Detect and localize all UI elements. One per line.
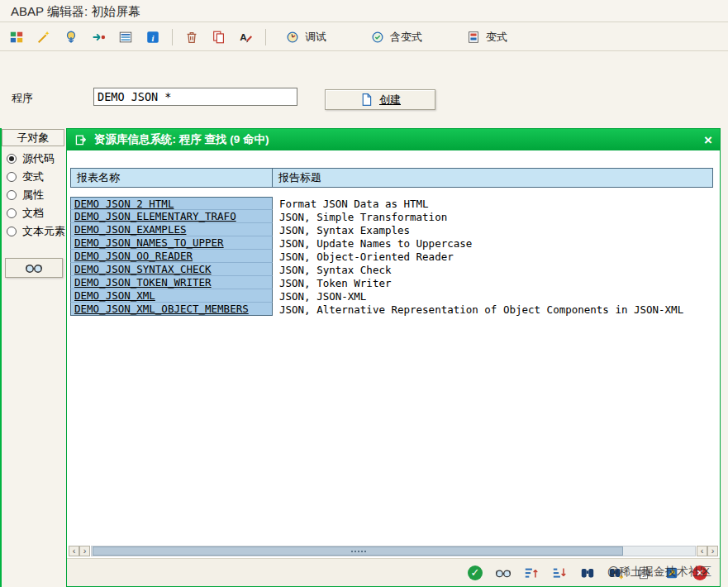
- radio-attributes[interactable]: 属性: [7, 189, 44, 202]
- debug-label: 调试: [305, 30, 326, 45]
- confirm-button[interactable]: ✓: [467, 565, 483, 581]
- results-titlebar[interactable]: 资源库信息系统: 程序 查找 (9 命中) ×: [67, 129, 720, 150]
- sort-descending-button[interactable]: [551, 565, 568, 581]
- radio-button[interactable]: [7, 227, 17, 236]
- colored-blocks-icon: [9, 30, 24, 45]
- scrollbar-grip: [358, 551, 359, 552]
- radio-label: 源代码: [22, 151, 55, 166]
- table-row[interactable]: DEMO_JSON_TOKEN_WRITER JSON, Token Write…: [70, 276, 683, 289]
- where-used-button[interactable]: [63, 29, 79, 45]
- scroll-right-button[interactable]: ›: [79, 546, 90, 556]
- table-row[interactable]: DEMO_JSON_ELEMENTARY_TRAFO JSON, Simple …: [70, 210, 683, 223]
- radio-button[interactable]: [7, 190, 17, 200]
- report-title: JSON, Simple Transformation: [273, 211, 447, 223]
- table-row[interactable]: DEMO_JSON_2_HTML Format JSON Data as HTM…: [70, 197, 683, 210]
- report-name-link[interactable]: DEMO_JSON_NAMES_TO_UPPER: [70, 236, 273, 250]
- results-content: 报表名称 报告标题 DEMO_JSON_2_HTML Format JSON D…: [67, 150, 720, 545]
- table-row[interactable]: DEMO_JSON_OO_READER JSON, Object-Oriente…: [70, 250, 683, 263]
- results-title: 资源库信息系统: 程序 查找 (9 命中): [94, 132, 269, 147]
- find-button[interactable]: [579, 565, 596, 581]
- report-name-link[interactable]: DEMO_JSON_2_HTML: [70, 197, 273, 210]
- toolbar-separator: [172, 29, 173, 45]
- copy-button[interactable]: [211, 29, 227, 45]
- wand-icon: [36, 30, 51, 45]
- delete-button[interactable]: [183, 29, 200, 45]
- wizard-button[interactable]: [36, 29, 52, 45]
- report-name-link[interactable]: DEMO_JSON_OO_READER: [70, 250, 273, 263]
- forward-navigation-button[interactable]: [90, 29, 107, 45]
- print-button[interactable]: [635, 565, 652, 581]
- export-button[interactable]: [664, 565, 680, 581]
- radio-text-elements[interactable]: 文本元素: [7, 225, 65, 238]
- create-button[interactable]: 创建: [325, 89, 435, 110]
- find-next-button[interactable]: [607, 565, 624, 581]
- program-input[interactable]: [93, 88, 297, 106]
- column-header-report-name[interactable]: 报表名称: [70, 168, 273, 188]
- report-title: JSON, Object-Oriented Reader: [273, 251, 454, 263]
- radio-button[interactable]: [7, 208, 17, 218]
- window-edge-highlight: [0, 128, 2, 587]
- report-name-link[interactable]: DEMO_JSON_TOKEN_WRITER: [70, 276, 273, 289]
- window-title: ABAP 编辑器: 初始屏幕: [0, 0, 728, 22]
- report-title: JSON, Token Writer: [273, 277, 391, 289]
- table-row[interactable]: DEMO_JSON_SYNTAX_CHECK JSON, Syntax Chec…: [70, 263, 683, 276]
- cancel-button[interactable]: ×: [692, 565, 708, 581]
- program-label: 程序: [12, 91, 33, 106]
- scroll-left-button[interactable]: ‹: [69, 546, 79, 556]
- variant-label: 变式: [486, 30, 507, 45]
- scrollbar-track[interactable]: [91, 546, 696, 556]
- table-row[interactable]: DEMO_JSON_NAMES_TO_UPPER JSON, Update Na…: [70, 236, 683, 250]
- radio-variants[interactable]: 变式: [7, 170, 44, 184]
- sort-descending-icon: [552, 566, 567, 580]
- results-footer-toolbar: ✓ ×: [67, 558, 720, 586]
- report-title: JSON, Syntax Examples: [273, 224, 410, 236]
- with-variant-icon: [370, 30, 385, 45]
- radio-button-selected[interactable]: [7, 154, 17, 164]
- column-header-report-title[interactable]: 报告标题: [273, 168, 713, 188]
- info-button[interactable]: i: [145, 29, 161, 45]
- variants-button[interactable]: 变式: [466, 30, 507, 45]
- rename-icon: A: [239, 30, 254, 45]
- report-name-link[interactable]: DEMO_JSON_ELEMENTARY_TRAFO: [70, 210, 273, 223]
- radio-source-code[interactable]: 源代码: [7, 152, 55, 165]
- scrollbar-thumb[interactable]: [93, 546, 623, 556]
- table-row[interactable]: DEMO_JSON_XML JSON, JSON-XML: [70, 289, 683, 303]
- radio-documentation[interactable]: 文档: [7, 207, 44, 220]
- scroll-left-button-right[interactable]: ‹: [697, 546, 707, 556]
- report-name-link[interactable]: DEMO_JSON_XML_OBJECT_MEMBERS: [70, 303, 273, 316]
- glasses-icon: [495, 566, 512, 580]
- report-name-link[interactable]: DEMO_JSON_SYNTAX_CHECK: [70, 263, 273, 276]
- display-object-button[interactable]: [495, 565, 512, 581]
- navigation-arrow-icon: [91, 30, 106, 45]
- close-red-icon: ×: [692, 566, 707, 580]
- rename-button[interactable]: A: [238, 29, 255, 45]
- report-name-link[interactable]: DEMO_JSON_EXAMPLES: [70, 223, 273, 236]
- report-title: JSON, JSON-XML: [273, 290, 366, 303]
- horizontal-scrollbar[interactable]: ‹ › ‹ ›: [69, 545, 718, 557]
- printer-icon: [636, 566, 651, 580]
- radio-button[interactable]: [7, 172, 17, 182]
- info-icon: i: [145, 30, 160, 45]
- report-title: JSON, Syntax Check: [273, 264, 391, 276]
- results-window: 资源库信息系统: 程序 查找 (9 命中) × 报表名称 报告标题 DEMO_J…: [66, 128, 721, 587]
- main-toolbar: i A 调试 含变式 变式: [0, 23, 728, 51]
- display-object-list-button[interactable]: [8, 29, 25, 45]
- sort-ascending-button[interactable]: [523, 565, 540, 581]
- abap-editor-window: ABAP 编辑器: 初始屏幕 i A: [0, 0, 728, 587]
- scroll-right-button-right[interactable]: ›: [707, 546, 718, 556]
- subobjects-group-label: 子对象: [2, 129, 64, 146]
- with-variant-button[interactable]: 含变式: [370, 30, 422, 45]
- debug-button[interactable]: 调试: [285, 30, 326, 45]
- check-icon: ✓: [468, 566, 483, 580]
- object-list-icon: [118, 30, 133, 45]
- close-icon[interactable]: ×: [704, 133, 712, 147]
- where-used-icon: [64, 30, 79, 45]
- report-name-link[interactable]: DEMO_JSON_XML: [70, 289, 273, 303]
- display-button[interactable]: [5, 258, 63, 278]
- results-table: DEMO_JSON_2_HTML Format JSON Data as HTM…: [70, 197, 683, 316]
- table-row[interactable]: DEMO_JSON_EXAMPLES JSON, Syntax Examples: [70, 223, 683, 236]
- worklist-button[interactable]: [117, 29, 134, 45]
- binoculars-plus-icon: [608, 566, 623, 580]
- table-row[interactable]: DEMO_JSON_XML_OBJECT_MEMBERS JSON, Alter…: [70, 303, 683, 316]
- with-variant-label: 含变式: [390, 30, 422, 45]
